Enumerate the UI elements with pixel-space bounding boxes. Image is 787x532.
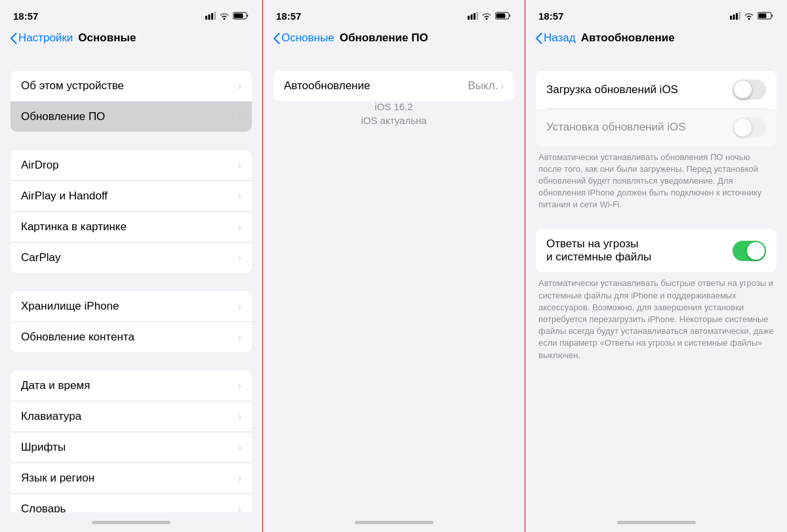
settings-list-3: Загрузка обновлений iOS Установка обновл…: [525, 52, 787, 512]
toggle-install-ios[interactable]: [733, 117, 766, 138]
svg-rect-12: [730, 16, 732, 20]
toggle-thumb: [734, 81, 752, 98]
row-storage[interactable]: Хранилище iPhone ›: [10, 291, 252, 322]
row-airplay[interactable]: AirPlay и Handoff ›: [10, 181, 252, 212]
svg-rect-11: [496, 14, 506, 18]
svg-rect-6: [468, 16, 470, 20]
row-datetime[interactable]: Дата и время ›: [10, 371, 252, 401]
row-bg-refresh-label: Обновление контента: [21, 331, 134, 344]
nav-back-label-1: Настройки: [18, 31, 73, 45]
battery-icon-3: [757, 12, 774, 20]
row-airdrop[interactable]: AirDrop ›: [10, 150, 252, 181]
row-carplay[interactable]: CarPlay ›: [10, 243, 252, 273]
chevron-icon: ›: [238, 442, 241, 453]
nav-bar-3: Назад Автообновление: [525, 29, 787, 52]
settings-group-1: Об этом устройстве › Обновление ПО ›: [10, 71, 252, 132]
chevron-icon: ›: [238, 222, 241, 232]
settings-group-4: Дата и время › Клавиатура › Шрифты › Язы…: [10, 371, 252, 512]
toggle-security[interactable]: [733, 241, 766, 261]
status-bar-3: 18:57: [525, 0, 787, 29]
row-carplay-label: CarPlay: [21, 251, 60, 264]
row-security-response[interactable]: Ответы на угрозы и системные файлы: [536, 229, 777, 272]
row-autoupdate[interactable]: Автообновление Выкл. ›: [273, 71, 514, 101]
row-bg-refresh[interactable]: Обновление контента ›: [10, 322, 252, 352]
row-about[interactable]: Об этом устройстве ›: [10, 71, 252, 102]
row-fonts[interactable]: Шрифты ›: [10, 432, 252, 463]
home-indicator-3: [525, 512, 787, 532]
row-pip-label: Картинка в картинке: [21, 220, 127, 234]
nav-back-1[interactable]: Настройки: [10, 31, 73, 45]
chevron-icon: ›: [238, 253, 241, 263]
chevron-icon-2: ›: [500, 81, 504, 91]
settings-list-1: Об этом устройстве › Обновление ПО › Air…: [0, 52, 262, 512]
svg-rect-5: [234, 14, 243, 18]
chevron-icon: ›: [238, 411, 241, 422]
svg-rect-14: [736, 13, 738, 20]
row-dictionary-label: Словарь: [21, 502, 66, 512]
chevron-icon: ›: [238, 380, 241, 391]
wifi-icon-3: [744, 12, 754, 20]
toggle-download-ios[interactable]: [733, 79, 766, 100]
nav-back-3[interactable]: Назад: [536, 31, 576, 45]
back-chevron-icon-3: [536, 33, 542, 44]
row-dictionary[interactable]: Словарь ›: [10, 494, 252, 512]
svg-rect-15: [739, 12, 741, 20]
home-bar-2: [355, 521, 434, 524]
row-about-label: Об этом устройстве: [21, 79, 124, 92]
ios-status-text: iOS актуальна: [361, 115, 426, 126]
row-language[interactable]: Язык и регион ›: [10, 463, 252, 494]
row-software-label: Обновление ПО: [21, 110, 105, 123]
wifi-icon: [219, 12, 230, 20]
status-bar-1: 18:57: [0, 0, 262, 29]
settings-group-3: Хранилище iPhone › Обновление контента ›: [10, 291, 252, 352]
signal-icon-3: [730, 12, 740, 20]
nav-title-1: Основные: [78, 31, 136, 45]
status-time-1: 18:57: [13, 10, 38, 22]
svg-rect-7: [471, 14, 473, 20]
row-pip[interactable]: Картинка в картинке ›: [10, 212, 252, 243]
signal-icon: [205, 12, 216, 20]
home-bar-1: [92, 521, 171, 524]
settings-group-ios-toggles: Загрузка обновлений iOS Установка обновл…: [536, 71, 777, 146]
settings-group-autoupdate: Автообновление Выкл. ›: [273, 71, 514, 101]
chevron-icon: ›: [238, 301, 241, 312]
panel-osnovnye: 18:57 Настройки Основные Об этом устройс…: [0, 0, 262, 532]
chevron-icon: ›: [238, 504, 241, 512]
battery-icon-2: [495, 12, 512, 20]
nav-title-2: Обновление ПО: [340, 31, 428, 45]
svg-rect-13: [733, 14, 735, 20]
row-autoupdate-label: Автообновление: [284, 79, 370, 92]
wifi-icon-2: [481, 12, 492, 20]
chevron-icon: ›: [238, 160, 241, 171]
nav-bar-2: Основные Обновление ПО: [263, 29, 525, 52]
back-chevron-icon-2: [273, 33, 280, 44]
settings-group-2: AirDrop › AirPlay и Handoff › Картинка в…: [10, 150, 252, 273]
nav-back-2[interactable]: Основные: [273, 31, 334, 45]
signal-icon-2: [468, 12, 478, 20]
svg-rect-8: [474, 13, 475, 20]
chevron-icon: ›: [238, 81, 241, 91]
svg-rect-1: [209, 14, 211, 20]
row-install-ios[interactable]: Установка обновлений iOS: [536, 109, 777, 146]
nav-back-label-2: Основные: [281, 31, 334, 45]
settings-group-security: Ответы на угрозы и системные файлы: [536, 229, 777, 272]
desc-security: Автоматически устанавливать быстрые отве…: [525, 272, 787, 361]
row-software-update[interactable]: Обновление ПО ›: [10, 102, 252, 132]
svg-rect-2: [211, 13, 213, 20]
chevron-icon: ›: [238, 112, 241, 122]
row-storage-label: Хранилище iPhone: [21, 300, 119, 313]
status-icons-3: [730, 12, 774, 20]
home-bar-3: [617, 521, 696, 524]
back-chevron-icon: [10, 33, 17, 44]
status-time-3: 18:57: [538, 10, 563, 22]
svg-rect-0: [205, 16, 207, 20]
row-keyboard[interactable]: Клавиатура ›: [10, 401, 252, 432]
row-keyboard-label: Клавиатура: [21, 410, 81, 423]
home-indicator-2: [263, 512, 525, 532]
row-download-ios-label: Загрузка обновлений iOS: [546, 83, 733, 96]
desc-install-ios: Автоматически устанавливать обновления П…: [525, 146, 787, 211]
row-download-ios[interactable]: Загрузка обновлений iOS: [536, 71, 777, 108]
settings-list-2: Автообновление Выкл. › iOS 16.2 iOS акту…: [263, 52, 525, 512]
row-security-label: Ответы на угрозы и системные файлы: [546, 237, 733, 264]
row-language-label: Язык и регион: [21, 472, 94, 485]
